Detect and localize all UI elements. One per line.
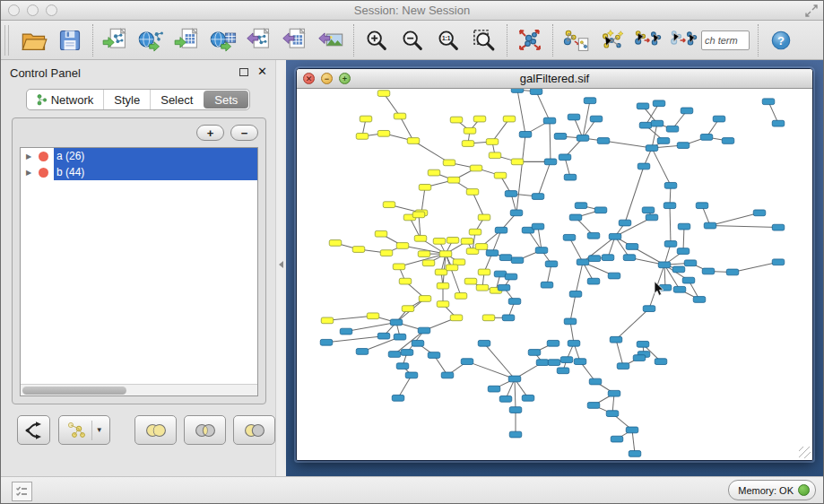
graph-edge[interactable] [550, 121, 551, 162]
graph-edge[interactable] [327, 316, 373, 320]
graph-node[interactable] [677, 143, 690, 149]
graph-node[interactable] [677, 248, 690, 255]
graph-node[interactable] [321, 317, 334, 324]
graph-edge[interactable] [625, 166, 644, 222]
zoom-out-button[interactable] [395, 22, 430, 58]
fullscreen-icon[interactable] [804, 4, 819, 18]
graph-node[interactable] [772, 120, 785, 126]
graph-node[interactable] [473, 116, 486, 122]
graph-node[interactable] [478, 340, 490, 346]
network-graph[interactable] [297, 89, 812, 460]
graph-node[interactable] [700, 135, 713, 141]
graph-node[interactable] [396, 243, 409, 249]
graph-node[interactable] [626, 244, 638, 250]
graph-node[interactable] [682, 277, 695, 283]
graph-edge[interactable] [515, 378, 516, 410]
graph-node[interactable] [563, 234, 576, 240]
graph-edge[interactable] [616, 308, 649, 340]
difference-sets-button[interactable] [233, 415, 275, 445]
first-neighbors-button[interactable] [594, 22, 629, 58]
graph-node[interactable] [435, 269, 447, 275]
graph-edge[interactable] [473, 192, 484, 217]
graph-node[interactable] [392, 395, 404, 401]
graph-node[interactable] [772, 224, 785, 230]
collapse-panel-icon[interactable] [279, 261, 283, 268]
tab-network[interactable]: Network [27, 90, 104, 109]
graph-node[interactable] [637, 103, 649, 109]
close-panel-icon[interactable]: ✕ [257, 65, 267, 78]
graph-node[interactable] [464, 127, 476, 134]
graph-node[interactable] [519, 132, 532, 138]
graph-node[interactable] [508, 376, 521, 382]
toolbar-grip[interactable] [4, 25, 9, 56]
graph-node[interactable] [560, 357, 573, 363]
graph-node[interactable] [569, 214, 582, 221]
graph-node[interactable] [505, 191, 517, 197]
add-set-button[interactable]: + [196, 125, 224, 141]
expand-triangle-icon[interactable]: ▶ [21, 152, 33, 161]
graph-node[interactable] [543, 117, 556, 124]
graph-node[interactable] [388, 352, 401, 358]
graph-edge[interactable] [664, 265, 665, 287]
graph-node[interactable] [664, 241, 677, 248]
scrollbar-thumb[interactable] [22, 387, 126, 395]
graph-edge[interactable] [326, 336, 384, 343]
graph-node[interactable] [377, 333, 390, 339]
graph-edge[interactable] [710, 213, 759, 225]
graph-node[interactable] [589, 378, 602, 385]
graph-node[interactable] [446, 265, 458, 271]
graph-node[interactable] [590, 116, 603, 122]
graph-node[interactable] [394, 334, 406, 340]
graph-node[interactable] [532, 194, 544, 200]
graph-node[interactable] [575, 203, 587, 209]
zoom-in-button[interactable] [359, 22, 395, 58]
import-table-file-button[interactable] [169, 22, 205, 58]
graph-node[interactable] [450, 315, 463, 321]
graph-node[interactable] [475, 244, 488, 250]
graph-node[interactable] [447, 237, 459, 243]
graph-node[interactable] [340, 328, 352, 335]
graph-node[interactable] [329, 240, 342, 247]
graph-node[interactable] [505, 274, 517, 280]
graph-node[interactable] [428, 352, 440, 359]
graph-node[interactable] [412, 340, 424, 346]
graph-node[interactable] [693, 297, 706, 303]
graph-node[interactable] [380, 250, 393, 256]
graph-node[interactable] [502, 315, 515, 321]
graph-node[interactable] [486, 139, 499, 145]
panel-splitter[interactable] [275, 60, 286, 476]
graph-node[interactable] [658, 262, 671, 268]
graph-node[interactable] [495, 227, 507, 233]
graph-node[interactable] [532, 223, 544, 230]
graph-node[interactable] [464, 278, 477, 284]
graph-edge[interactable] [576, 262, 583, 294]
graph-node[interactable] [554, 134, 567, 140]
graph-node[interactable] [569, 291, 582, 298]
graph-node[interactable] [482, 315, 495, 321]
graph-node[interactable] [722, 138, 734, 144]
graph-node[interactable] [367, 313, 379, 319]
graph-node[interactable] [476, 284, 489, 291]
zoom-fit-button[interactable] [466, 22, 502, 58]
graph-node[interactable] [377, 91, 390, 97]
new-network-selection-button[interactable] [558, 22, 594, 58]
graph-node[interactable] [608, 273, 620, 279]
graph-node[interactable] [536, 360, 549, 366]
graph-node[interactable] [405, 372, 418, 378]
tab-sets[interactable]: Sets [204, 91, 248, 109]
help-button[interactable]: ? [763, 22, 799, 58]
graph-edge[interactable] [652, 148, 671, 186]
graph-node[interactable] [511, 159, 524, 165]
graph-edge[interactable] [569, 238, 583, 262]
graph-node[interactable] [704, 222, 716, 229]
graph-node[interactable] [713, 116, 725, 122]
graph-node[interactable] [594, 207, 607, 213]
graph-node[interactable] [486, 250, 499, 256]
graph-node[interactable] [462, 141, 474, 147]
graph-node[interactable] [666, 126, 679, 132]
graph-edge[interactable] [413, 141, 449, 162]
graph-edge[interactable] [652, 124, 657, 148]
graph-node[interactable] [617, 363, 629, 369]
save-session-button[interactable] [52, 22, 88, 58]
graph-node[interactable] [651, 120, 664, 126]
